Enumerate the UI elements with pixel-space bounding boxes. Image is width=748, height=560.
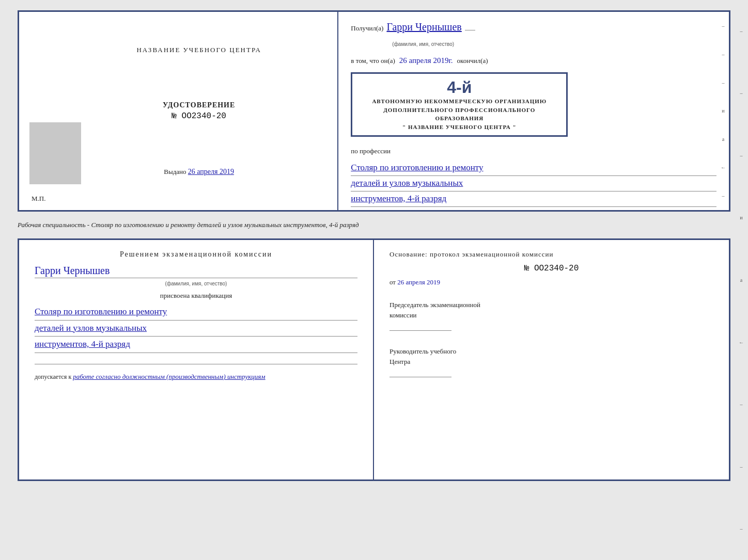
qual-line3: инструментов, 4-й разряд <box>35 337 357 353</box>
dopuskaetsya-text: работе согласно должностным (производств… <box>73 373 265 380</box>
vtom-prefix: в том, что он(а) <box>351 57 395 65</box>
profession-line2: деталей и узлов музыкальных <box>351 176 716 191</box>
udostoverenie-title: УДОСТОВЕРЕНИЕ <box>163 101 235 109</box>
ot-date-val: 26 апреля 2019 <box>397 278 440 286</box>
stamp-line3: " НАЗВАНИЕ УЧЕБНОГО ЦЕНТРА " <box>360 123 559 132</box>
osnovanie-title: Основание: протокол экзаменационной коми… <box>389 250 713 259</box>
bottom-certificate: Решением экзаменационной комиссии Гарри … <box>18 238 730 481</box>
predsedatel-line1: Председатель экзаменационной <box>389 300 713 310</box>
predsedatel-block: Председатель экзаменационной комиссии <box>389 300 713 331</box>
rukovoditel-line1: Руководитель учебного <box>389 346 713 357</box>
bottom-right-side-marks: – – – и а ← – – – <box>739 0 744 560</box>
stamp-4y: 4-й <box>447 78 472 97</box>
profession-line3: инструментов, 4-й разряд <box>351 191 716 207</box>
right-side-marks: – – – и а ← – <box>721 12 726 210</box>
fio-note-top: (фамилия, имя, отчество) <box>392 41 454 47</box>
ot-prefix: от <box>389 278 396 286</box>
top-certificate: НАЗВАНИЕ УЧЕБНОГО ЦЕНТРА УДОСТОВЕРЕНИЕ №… <box>18 10 730 212</box>
rukovoditel-line2: Центра <box>389 357 713 367</box>
po-professii-label: по профессии <box>351 147 391 155</box>
udostoverenie-number: № OO2340-20 <box>163 111 235 121</box>
resolution-title: Решением экзаменационной комиссии <box>35 250 357 259</box>
predsedatel-line2: комиссии <box>389 310 713 321</box>
qual-line1: Столяр по изготовлению и ремонту <box>35 304 357 321</box>
description-line: Рабочая специальность - Столяр по изгото… <box>18 218 730 232</box>
profession-block: Столяр по изготовлению и ремонту деталей… <box>351 161 716 207</box>
dopuskaetsya-block: допускается к работе согласно должностны… <box>35 373 357 381</box>
rukovoditel-block: Руководитель учебного Центра <box>389 346 713 377</box>
rukovoditel-sig-line <box>389 377 451 377</box>
bottom-recipient-name: Гарри Чернышев <box>35 265 357 278</box>
bottom-name-row: Гарри Чернышев (фамилия, имя, отчество) <box>35 265 357 287</box>
dopuskaetsya-prefix: допускается к <box>35 373 71 380</box>
description-text: Рабочая специальность - Столяр по изгото… <box>18 221 359 229</box>
vydano-label: Выдано <box>164 168 186 175</box>
vtom-row: в том, что он(а) 26 апреля 2019г. окончи… <box>351 56 716 65</box>
udostoverenie-block: УДОСТОВЕРЕНИЕ № OO2340-20 <box>163 101 235 121</box>
prisvoena-label: присвоена квалификация <box>35 292 357 300</box>
qual-block: Столяр по изготовлению и ремонту деталей… <box>35 304 357 364</box>
protocol-number: № OO2340-20 <box>389 264 713 273</box>
bottom-fio-note: (фамилия, имя, отчество) <box>165 281 227 286</box>
stamp-box: 4-й АВТОНОМНУЮ НЕКОММЕРЧЕСКУЮ ОРГАНИЗАЦИ… <box>351 72 568 137</box>
vydano-date: 26 апреля 2019 <box>188 168 234 175</box>
cert-left-panel: НАЗВАНИЕ УЧЕБНОГО ЦЕНТРА УДОСТОВЕРЕНИЕ №… <box>19 12 338 210</box>
cert-bottom-left: Решением экзаменационной комиссии Гарри … <box>19 240 374 479</box>
ot-date-row: от 26 апреля 2019 <box>389 278 713 286</box>
cert-right-panel: Получил(а) Гарри Чернышев (фамилия, имя,… <box>338 12 729 210</box>
qual-line2: деталей и узлов музыкальных <box>35 321 357 337</box>
mp-label: М.П. <box>32 195 45 203</box>
vtom-date: 26 апреля 2019г. <box>399 56 453 65</box>
photo-placeholder <box>29 122 81 184</box>
top-center-title: НАЗВАНИЕ УЧЕБНОГО ЦЕНТРА <box>136 46 261 54</box>
predsedatel-sig-line <box>389 330 451 331</box>
profession-line1: Столяр по изготовлению и ремонту <box>351 161 716 176</box>
poluchil-label: Получил(а) <box>351 24 383 33</box>
recipient-row: Получил(а) Гарри Чернышев <box>351 21 716 34</box>
cert-bottom-right: Основание: протокол экзаменационной коми… <box>374 240 729 479</box>
stamp-line1: АВТОНОМНУЮ НЕКОММЕРЧЕСКУЮ ОРГАНИЗАЦИЮ <box>360 97 559 106</box>
stamp-line2: ДОПОЛНИТЕЛЬНОГО ПРОФЕССИОНАЛЬНОГО ОБРАЗО… <box>360 106 559 123</box>
recipient-name: Гарри Чернышев <box>386 21 461 33</box>
page-wrapper: НАЗВАНИЕ УЧЕБНОГО ЦЕНТРА УДОСТОВЕРЕНИЕ №… <box>18 10 730 481</box>
okonchil-label: окончил(а) <box>457 57 488 65</box>
vydano-block: Выдано 26 апреля 2019 <box>164 168 234 176</box>
